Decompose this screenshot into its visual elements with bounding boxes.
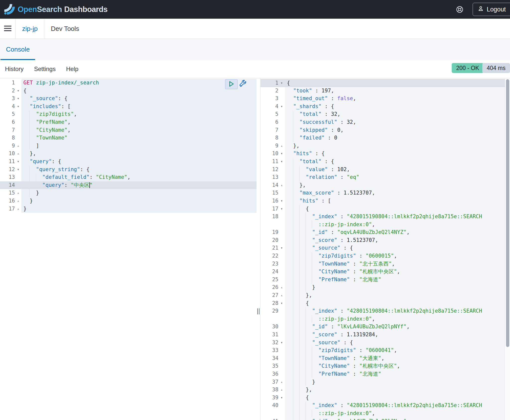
help-menu-button[interactable]	[456, 5, 464, 14]
code-line[interactable]: 34"TownName" : "大通東",	[260, 354, 510, 362]
code-line[interactable]: 27▴},	[260, 291, 510, 299]
code-text[interactable]: "CityName" : "札幌市中央区",	[285, 362, 510, 370]
code-text[interactable]: }	[21, 205, 256, 213]
code-text[interactable]: "_score" : 1.1319284,	[285, 331, 510, 339]
code-line[interactable]: 7"skipped" : 0,	[260, 126, 510, 134]
code-text[interactable]: },	[285, 181, 510, 189]
code-line[interactable]: 9▴]	[0, 142, 256, 150]
code-line[interactable]: 23"TownName" : "北十五条西",	[260, 260, 510, 268]
menu-help[interactable]: Help	[66, 66, 78, 72]
code-line[interactable]: 10▾"hits" : {	[260, 150, 510, 158]
breadcrumb-app[interactable]: zip-jp	[16, 19, 44, 39]
code-line[interactable]: 19"_id" : "oqvLA4UBuZbJeQ2l4NYZ",	[260, 228, 510, 236]
code-text[interactable]: "_source" : {	[285, 244, 510, 252]
code-text[interactable]: }	[21, 197, 256, 205]
code-line[interactable]: 31"_score" : 1.1319284,	[260, 331, 510, 339]
send-request-button[interactable]	[225, 79, 238, 89]
code-text[interactable]: {	[285, 299, 510, 307]
fold-arrow-icon[interactable]: ▴	[15, 205, 21, 213]
code-line[interactable]: 16▾"hits" : [	[260, 197, 510, 205]
code-text[interactable]: "skipped" : 0,	[285, 126, 510, 134]
code-text[interactable]: ]	[21, 142, 256, 150]
code-text[interactable]: },	[285, 291, 510, 299]
code-line[interactable]: 5"zip7digits",	[0, 110, 256, 118]
code-line[interactable]: 24"CityName" : "札幌市中央区",	[260, 268, 510, 276]
code-line[interactable]: 38▴},	[260, 386, 510, 394]
code-text[interactable]: {	[285, 79, 510, 87]
code-text[interactable]: {	[285, 394, 510, 402]
code-text[interactable]: "CityName",	[21, 126, 256, 134]
code-line[interactable]: 22"zip7digits" : "0600015",	[260, 252, 510, 260]
code-text[interactable]: "PrefName",	[21, 118, 256, 126]
fold-arrow-icon[interactable]: ▾	[278, 158, 285, 166]
code-line[interactable]: 5"total" : 32,	[260, 110, 510, 118]
code-text[interactable]: "successful" : 32,	[285, 118, 510, 126]
fold-arrow-icon[interactable]: ▴	[15, 150, 21, 158]
code-text[interactable]: }	[285, 283, 510, 291]
code-text[interactable]: ::zip-jp-index:0",	[285, 315, 510, 323]
fold-arrow-icon[interactable]: ▾	[278, 79, 285, 87]
scrollbar-track[interactable]	[505, 78, 510, 420]
code-text[interactable]: }	[285, 378, 510, 386]
logout-button[interactable]: Logout	[473, 3, 510, 16]
code-text[interactable]: "_id" : "oqvLA4UBuZbJeQ2l4NYZ",	[285, 228, 510, 236]
fold-arrow-icon[interactable]: ▾	[278, 150, 285, 158]
code-line[interactable]: 26▴}	[260, 283, 510, 291]
code-text[interactable]: "value" : 102,	[285, 166, 510, 174]
code-line[interactable]: 13"relation" : "eq"	[260, 173, 510, 181]
code-line[interactable]: 41"_id" : "oavLA4UBuZbJeQ2l3Nap",	[260, 418, 510, 420]
code-line[interactable]: 12"value" : 102,	[260, 166, 510, 174]
fold-arrow-icon[interactable]: ▴	[278, 378, 285, 386]
code-text[interactable]: "zip7digits" : "0600041",	[285, 347, 510, 354]
code-line[interactable]: 1▾{	[260, 79, 510, 87]
code-text[interactable]: "max_score" : 1.5123707,	[285, 189, 510, 197]
code-line[interactable]: ::zip-jp-index:0",	[260, 221, 510, 229]
fold-arrow-icon[interactable]: ▾	[278, 299, 285, 307]
code-line[interactable]: 3▾"_source": {	[0, 95, 256, 103]
code-text[interactable]: "timed_out" : false,	[285, 95, 510, 103]
code-text[interactable]: "total" : {	[285, 158, 510, 166]
code-text[interactable]: GET zip-jp-index/_search	[21, 79, 256, 87]
response-viewer[interactable]: 1▾{2"took" : 197,3"timed_out" : false,4▾…	[260, 78, 510, 420]
code-line[interactable]: 29"_index" : "428015190804::lmlkkf2p2qhi…	[260, 307, 510, 315]
fold-arrow-icon[interactable]: ▴	[278, 181, 285, 189]
code-text[interactable]: "relation" : "eq"	[285, 173, 510, 181]
fold-arrow-icon[interactable]: ▴	[278, 142, 285, 150]
code-line[interactable]: 7"CityName",	[0, 126, 256, 134]
code-text[interactable]: "TownName"	[21, 134, 256, 142]
code-text[interactable]: "includes": [	[21, 103, 256, 111]
fold-arrow-icon[interactable]: ▾	[15, 158, 21, 166]
request-options-button[interactable]	[239, 80, 247, 89]
code-text[interactable]: "TownName" : "北十五条西",	[285, 260, 510, 268]
code-text[interactable]: "default_field": "CityName",	[21, 173, 256, 181]
code-line[interactable]: 14"query": "中央区"	[0, 181, 256, 189]
tab-console[interactable]: Console	[0, 39, 36, 60]
code-text[interactable]: "CityName" : "札幌市中央区",	[285, 268, 510, 276]
code-text[interactable]: "query": {	[21, 158, 256, 166]
code-text[interactable]: "took" : 197,	[285, 87, 510, 95]
fold-arrow-icon[interactable]: ▴	[278, 386, 285, 394]
fold-arrow-icon[interactable]: ▾	[278, 197, 285, 205]
code-line[interactable]: 28▾{	[260, 299, 510, 307]
fold-arrow-icon[interactable]: ▴	[278, 283, 285, 291]
fold-arrow-icon[interactable]: ▾	[15, 166, 21, 174]
code-line[interactable]: 15"max_score" : 1.5123707,	[260, 189, 510, 197]
code-text[interactable]: },	[285, 386, 510, 394]
code-text[interactable]: ::zip-jp-index:0",	[285, 410, 510, 418]
code-text[interactable]: "hits" : {	[285, 150, 510, 158]
code-text[interactable]: "_score" : 1.5123707,	[285, 236, 510, 244]
code-text[interactable]: "zip7digits",	[21, 110, 256, 118]
code-line[interactable]: 4▾"includes": [	[0, 103, 256, 111]
code-line[interactable]: 32▾"_source" : {	[260, 339, 510, 347]
code-line[interactable]: 8"failed" : 0	[260, 134, 510, 142]
fold-arrow-icon[interactable]: ▾	[278, 394, 285, 402]
code-line[interactable]: 17▾{	[260, 205, 510, 213]
code-text[interactable]: "_index" : "428015190804::lmlkkf2p2qhije…	[285, 213, 510, 221]
code-text[interactable]: "zip7digits" : "0600015",	[285, 252, 510, 260]
code-line[interactable]: 3"timed_out" : false,	[260, 95, 510, 103]
code-line[interactable]: ::zip-jp-index:0",	[260, 410, 510, 418]
code-line[interactable]: 13"default_field": "CityName",	[0, 173, 256, 181]
fold-arrow-icon[interactable]: ▴	[278, 291, 285, 299]
fold-arrow-icon[interactable]: ▴	[15, 189, 21, 197]
fold-arrow-icon[interactable]: ▾	[278, 244, 285, 252]
